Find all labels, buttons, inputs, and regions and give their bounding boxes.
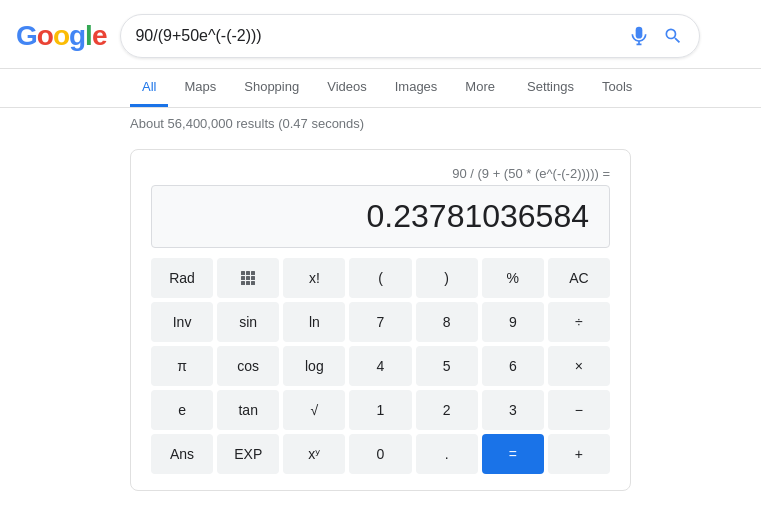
calc-btn--[interactable]: ÷ [548,302,610,342]
calc-btn-sin[interactable]: sin [217,302,279,342]
calc-btn-x-[interactable]: x! [283,258,345,298]
search-input[interactable] [135,27,627,45]
calc-btn-6[interactable]: 6 [482,346,544,386]
nav-item-all[interactable]: All [130,69,168,107]
calc-btn-5[interactable]: 5 [416,346,478,386]
svg-rect-1 [246,271,250,275]
calc-buttons: Radx!()%ACInvsinln789÷πcoslog456×etan√12… [151,258,610,474]
calc-btn--[interactable]: × [548,346,610,386]
calc-btn-0[interactable]: 0 [349,434,411,474]
calc-btn-8[interactable]: 8 [416,302,478,342]
calc-btn--[interactable]: √ [283,390,345,430]
results-info: About 56,400,000 results (0.47 seconds) [0,108,761,139]
calc-btn--[interactable]: ( [349,258,411,298]
calc-btn-x-[interactable]: xʸ [283,434,345,474]
google-logo: Google [16,20,106,52]
calc-btn-Inv[interactable]: Inv [151,302,213,342]
svg-rect-7 [246,281,250,285]
svg-rect-0 [241,271,245,275]
calc-display: 0.23781036584 [151,185,610,248]
svg-rect-4 [246,276,250,280]
calc-btn-AC[interactable]: AC [548,258,610,298]
calc-btn-e[interactable]: e [151,390,213,430]
svg-rect-3 [241,276,245,280]
calculator-card: 90 / (9 + (50 * (e^(-(-2))))) = 0.237810… [130,149,631,491]
nav: All Maps Shopping Videos Images More Set… [0,69,761,108]
calc-btn--[interactable]: ) [416,258,478,298]
calc-btn-2[interactable]: 2 [416,390,478,430]
microphone-icon[interactable] [627,24,651,48]
calc-btn-4[interactable]: 4 [349,346,411,386]
nav-item-videos[interactable]: Videos [315,69,379,107]
calc-btn--[interactable]: % [482,258,544,298]
nav-item-shopping[interactable]: Shopping [232,69,311,107]
calc-btn-1[interactable]: 1 [349,390,411,430]
svg-rect-6 [241,281,245,285]
svg-rect-8 [251,281,255,285]
calc-btn-Rad[interactable]: Rad [151,258,213,298]
calc-btn-ln[interactable]: ln [283,302,345,342]
calc-btn--[interactable]: − [548,390,610,430]
nav-item-settings[interactable]: Settings [515,69,586,107]
calc-btn--[interactable]: + [548,434,610,474]
calc-btn-Ans[interactable]: Ans [151,434,213,474]
calc-expression: 90 / (9 + (50 * (e^(-(-2))))) = [151,166,610,181]
calc-btn--[interactable] [217,258,279,298]
calc-btn--[interactable]: . [416,434,478,474]
results-count: About 56,400,000 results (0.47 seconds) [130,116,364,131]
calc-btn-7[interactable]: 7 [349,302,411,342]
svg-rect-2 [251,271,255,275]
calc-btn--[interactable]: = [482,434,544,474]
nav-item-tools[interactable]: Tools [590,69,644,107]
calc-btn-EXP[interactable]: EXP [217,434,279,474]
calc-btn-9[interactable]: 9 [482,302,544,342]
nav-item-images[interactable]: Images [383,69,450,107]
calc-btn-3[interactable]: 3 [482,390,544,430]
nav-item-more[interactable]: More [453,69,507,107]
calc-btn--[interactable]: π [151,346,213,386]
calc-btn-log[interactable]: log [283,346,345,386]
header: Google [0,0,761,69]
calc-btn-tan[interactable]: tan [217,390,279,430]
search-bar[interactable] [120,14,700,58]
svg-rect-5 [251,276,255,280]
nav-item-maps[interactable]: Maps [172,69,228,107]
calc-btn-cos[interactable]: cos [217,346,279,386]
search-icon[interactable] [661,24,685,48]
